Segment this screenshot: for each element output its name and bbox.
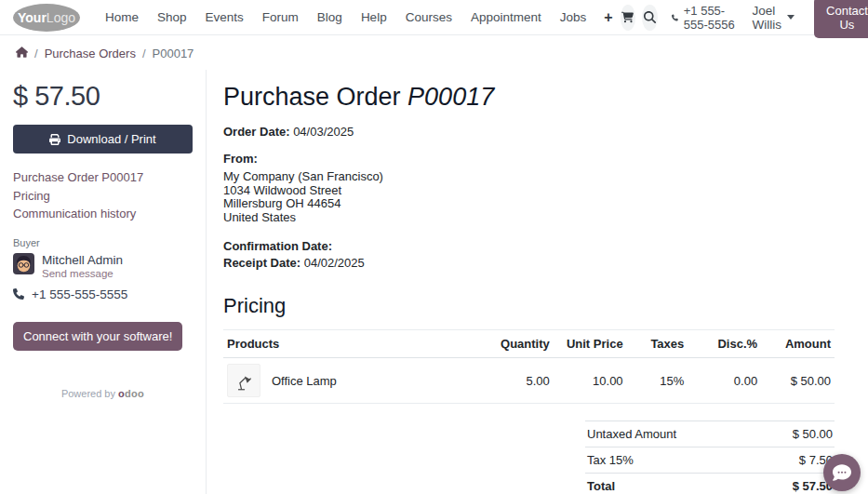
livechat-button[interactable]	[823, 454, 861, 491]
sidebar-anchor-links: Purchase Order P00017 Pricing Communicat…	[13, 170, 193, 222]
avatar-image	[13, 253, 34, 274]
page-title: Purchase Order P00017	[223, 83, 835, 112]
totals-table: Untaxed Amount $ 50.00 Tax 15% $ 7.50 To…	[585, 421, 835, 494]
from-block: From: My Company (San Francisco) 1034 Wi…	[223, 152, 835, 224]
product-cell: Office Lamp	[227, 364, 476, 397]
cart-icon	[621, 11, 634, 23]
sidebar-link-pricing[interactable]: Pricing	[13, 189, 193, 205]
sidebar-link-communication-history[interactable]: Communication history	[13, 207, 193, 222]
order-date-value: 04/03/2025	[290, 125, 354, 139]
totals-wrap: Untaxed Amount $ 50.00 Tax 15% $ 7.50 To…	[223, 421, 835, 494]
home-icon	[16, 47, 28, 58]
header-phone-link[interactable]: +1 555-555-5556	[672, 4, 737, 32]
col-header-products: Products	[223, 330, 480, 358]
breadcrumb-separator: /	[142, 47, 146, 60]
odoo-logo: odoo	[118, 388, 144, 399]
content-area: $ 57.50 Download / Print Purchase Order …	[0, 70, 868, 494]
buyer-info: Mitchell Admin Send message	[42, 253, 123, 279]
cell-amount: $ 50.00	[761, 358, 835, 404]
col-header-taxes: Taxes	[627, 330, 688, 358]
printer-icon	[49, 134, 60, 145]
order-total-amount: $ 57.50	[13, 81, 193, 112]
plus-icon[interactable]: +	[596, 7, 620, 28]
search-button[interactable]	[642, 5, 658, 31]
header-phone-number: +1 555-555-5556	[684, 4, 737, 32]
sidebar-link-purchase-order[interactable]: Purchase Order P00017	[13, 170, 193, 186]
breadcrumb-purchase-orders-link[interactable]: Purchase Orders	[45, 47, 136, 60]
nav-item-shop[interactable]: Shop	[149, 5, 195, 30]
desk-lamp-icon	[232, 368, 256, 393]
address-line: United States	[223, 211, 835, 225]
logo-text-light: Logo	[47, 10, 75, 25]
purchase-order-main: Purchase Order P00017 Order Date: 04/03/…	[207, 70, 868, 494]
nav-item-events[interactable]: Events	[197, 5, 252, 30]
from-label: From:	[223, 152, 258, 166]
user-menu[interactable]: Joel Willis	[753, 4, 795, 32]
site-logo[interactable]: YourLogo	[13, 4, 80, 32]
buyer-row: Mitchell Admin Send message	[13, 253, 193, 279]
breadcrumb: / Purchase Orders / P00017	[0, 35, 868, 70]
buyer-phone-number: +1 555-555-5555	[32, 287, 127, 301]
confirmation-date-row: Confirmation Date:	[223, 239, 835, 253]
chevron-down-icon	[787, 15, 795, 20]
logo-text-bold: Your	[18, 10, 47, 25]
cell-unit-price: 10.00	[554, 358, 627, 404]
total-label: Total	[585, 474, 754, 494]
cart-button[interactable]	[621, 5, 636, 31]
tax-value: $ 7.50	[754, 447, 835, 474]
user-name: Joel Willis	[753, 4, 781, 32]
powered-by-text: Powered by	[61, 388, 118, 399]
tax-label: Tax 15%	[585, 447, 754, 474]
chat-bubble-icon	[833, 463, 851, 482]
from-label-row: From:	[223, 152, 835, 166]
buyer-phone-link[interactable]: +1 555-555-5555	[13, 287, 193, 301]
untaxed-amount-label: Untaxed Amount	[585, 421, 754, 447]
nav-item-jobs[interactable]: Jobs	[552, 5, 595, 30]
vendor-address: My Company (San Francisco) 1034 Wildwood…	[223, 170, 835, 224]
send-message-link[interactable]: Send message	[42, 268, 123, 279]
untaxed-amount-value: $ 50.00	[754, 421, 835, 447]
nav-item-forum[interactable]: Forum	[254, 5, 307, 30]
nav-item-home[interactable]: Home	[97, 5, 147, 30]
top-navigation-bar: YourLogo Home Shop Events Forum Blog Hel…	[0, 0, 868, 35]
breadcrumb-home-link[interactable]	[16, 47, 28, 60]
buyer-label: Buyer	[13, 237, 193, 248]
page-title-prefix: Purchase Order	[223, 83, 407, 111]
confirmation-date-label: Confirmation Date:	[223, 239, 332, 253]
phone-icon	[672, 12, 678, 23]
connect-software-button[interactable]: Connect with your software!	[13, 322, 182, 351]
nav-item-courses[interactable]: Courses	[397, 5, 461, 30]
nav-item-appointment[interactable]: Appointment	[462, 5, 550, 30]
address-line: My Company (San Francisco)	[223, 170, 835, 184]
powered-by: Powered by odoo	[13, 388, 193, 399]
page-title-reference: P00017	[407, 83, 494, 111]
col-header-unit-price: Unit Price	[554, 330, 627, 358]
contact-us-button[interactable]: Contact Us	[814, 0, 868, 38]
search-icon	[644, 11, 656, 23]
product-name: Office Lamp	[272, 374, 337, 388]
download-print-label: Download / Print	[67, 132, 155, 146]
cell-taxes: 15%	[627, 358, 688, 404]
cell-disc: 0.00	[688, 358, 761, 404]
pricing-table-header-row: Products Quantity Unit Price Taxes Disc.…	[223, 330, 835, 358]
receipt-date-label: Receipt Date:	[223, 256, 300, 270]
receipt-date-value: 04/02/2025	[300, 256, 365, 270]
nav-item-blog[interactable]: Blog	[309, 5, 351, 30]
table-row: Office Lamp 5.00 10.00 15% 0.00 $ 50.00	[223, 358, 835, 404]
col-header-amount: Amount	[761, 330, 835, 358]
breadcrumb-current: P00017	[153, 47, 194, 60]
order-date-label: Order Date:	[223, 125, 290, 139]
total-value: $ 57.50	[754, 474, 835, 494]
total-row: Total $ 57.50	[585, 474, 835, 494]
col-header-quantity: Quantity	[480, 330, 554, 358]
product-thumbnail	[227, 364, 260, 397]
main-nav: Home Shop Events Forum Blog Help Courses…	[97, 5, 621, 30]
nav-item-help[interactable]: Help	[353, 5, 395, 30]
breadcrumb-separator: /	[34, 47, 38, 60]
untaxed-amount-row: Untaxed Amount $ 50.00	[585, 421, 835, 447]
dates-block: Confirmation Date: Receipt Date: 04/02/2…	[223, 239, 835, 270]
avatar	[13, 253, 34, 274]
download-print-button[interactable]: Download / Print	[13, 125, 193, 154]
buyer-name: Mitchell Admin	[42, 253, 123, 267]
order-sidebar: $ 57.50 Download / Print Purchase Order …	[0, 70, 207, 494]
